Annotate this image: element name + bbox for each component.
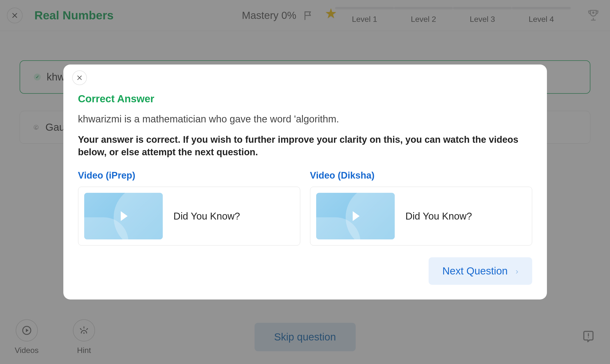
modal-description: Your answer is correct. If you wish to f… — [78, 133, 532, 159]
modal-actions: Next Question › — [78, 257, 532, 285]
video-diksha-title: Did You Know? — [406, 211, 472, 222]
video-iprep-col: Video (iPrep) Did You Know? — [78, 170, 300, 246]
video-iprep-heading: Video (iPrep) — [78, 170, 300, 181]
video-diksha-card[interactable]: Did You Know? — [310, 187, 532, 246]
modal-close-button[interactable] — [72, 70, 87, 85]
next-question-button[interactable]: Next Question › — [429, 257, 532, 285]
video-thumbnail — [84, 193, 163, 239]
chevron-right-icon: › — [515, 266, 518, 276]
modal-overlay: Correct Answer khwarizmi is a mathematic… — [0, 0, 610, 364]
video-iprep-title: Did You Know? — [174, 211, 240, 222]
video-iprep-card[interactable]: Did You Know? — [78, 187, 300, 246]
correct-answer-modal: Correct Answer khwarizmi is a mathematic… — [63, 65, 547, 300]
play-icon — [352, 211, 359, 221]
video-diksha-heading: Video (Diksha) — [310, 170, 532, 181]
app-root: Real Numbers Mastery 0% ★ Level 1 Level … — [0, 0, 610, 364]
close-icon — [76, 75, 83, 81]
video-suggestions: Video (iPrep) Did You Know? Video (Diksh… — [78, 170, 532, 246]
video-diksha-col: Video (Diksha) Did You Know? — [310, 170, 532, 246]
modal-title: Correct Answer — [78, 93, 532, 105]
play-icon — [121, 211, 127, 221]
modal-answer-text: khwarizmi is a mathematician who gave th… — [78, 114, 532, 125]
video-thumbnail — [316, 193, 395, 239]
